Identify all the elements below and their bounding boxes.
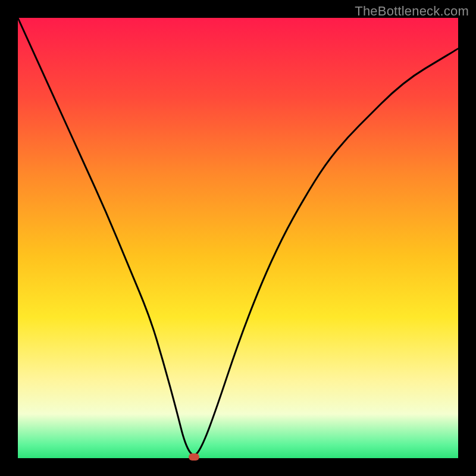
chart-frame: TheBottleneck.com [0, 0, 476, 476]
plot-area [18, 18, 458, 458]
min-point-marker [189, 453, 199, 461]
bottleneck-curve [18, 18, 458, 455]
watermark-text: TheBottleneck.com [355, 4, 469, 19]
curve-svg [18, 18, 458, 458]
